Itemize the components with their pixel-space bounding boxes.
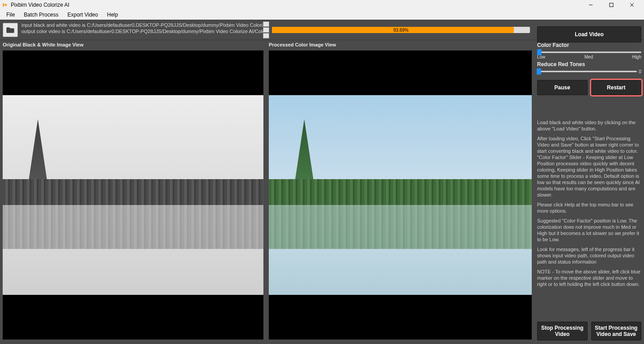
help-p2: After loading video, Click "Start Proces… [537, 135, 641, 198]
menu-file[interactable]: File [2, 11, 19, 19]
menu-export[interactable]: Export Video [63, 11, 103, 19]
scroll-thumb[interactable] [263, 27, 269, 33]
help-p1: Load black and white video by clicking o… [537, 119, 641, 132]
app-title: Pixbim Video Colorize AI [11, 2, 69, 8]
reduce-red-value: 0 [639, 69, 641, 74]
restart-button[interactable]: Restart [591, 80, 642, 95]
menu-batch[interactable]: Batch Process [19, 11, 63, 19]
processed-image-view [269, 50, 532, 340]
svg-rect-1 [610, 3, 613, 7]
top-strip: input black and white video is C:/Users/… [0, 20, 644, 40]
help-p6: NOTE - To move the above slider, left cl… [537, 268, 641, 287]
reduce-red-label: Reduce Red Tones [537, 61, 641, 67]
progress-wrap: 93.69% [269, 20, 534, 40]
help-text: Load black and white video by clicking o… [537, 119, 641, 291]
folder-icon [6, 27, 14, 33]
help-p5: Look for messages, left of the progress … [537, 246, 641, 265]
start-processing-button[interactable]: Start Processing Video and Save [591, 322, 642, 340]
log-line-1: input black and white video is C:/Users/… [21, 22, 267, 28]
open-file-button[interactable] [3, 23, 18, 37]
progress-percent: 93.69% [272, 27, 530, 33]
app-icon [2, 2, 8, 8]
color-factor-slider[interactable] [537, 49, 641, 55]
log-box: input black and white video is C:/Users/… [20, 21, 269, 39]
titlebar: Pixbim Video Colorize AI [0, 0, 644, 10]
stop-processing-button[interactable]: Stop Processing Video [537, 322, 588, 340]
content: Original Black & White Image View Proces… [0, 40, 644, 344]
help-p3: Please click Help at the top menu bar to… [537, 201, 641, 214]
processed-pane: Processed Color Image View [266, 40, 534, 344]
maximize-button[interactable] [601, 0, 622, 10]
menubar: File Batch Process Export Video Help [0, 10, 644, 20]
scroll-down-icon[interactable] [263, 33, 269, 38]
progress-bar: 93.69% [272, 27, 530, 33]
scroll-up-icon[interactable] [263, 21, 269, 27]
original-pane: Original Black & White Image View [0, 40, 266, 344]
original-image-view [3, 50, 263, 340]
pause-button[interactable]: Pause [537, 80, 588, 95]
bw-scene-placeholder [3, 95, 263, 294]
close-button[interactable] [622, 0, 642, 10]
reduce-red-slider[interactable] [537, 68, 637, 75]
color-factor-label: Color Factor [537, 42, 641, 48]
color-scene-placeholder [269, 95, 532, 294]
log-line-2: output color video is C:/Users/defaultus… [21, 28, 267, 34]
right-sidebar: Color Factor Low Med High Reduce Red Ton… [534, 40, 644, 344]
menu-help[interactable]: Help [102, 11, 123, 19]
processed-pane-title: Processed Color Image View [266, 40, 534, 49]
log-scrollbar[interactable] [263, 21, 269, 39]
original-pane-title: Original Black & White Image View [0, 40, 266, 49]
help-p4: Suggested "Color Factor" position is Low… [537, 218, 641, 243]
minimize-button[interactable] [580, 0, 601, 10]
